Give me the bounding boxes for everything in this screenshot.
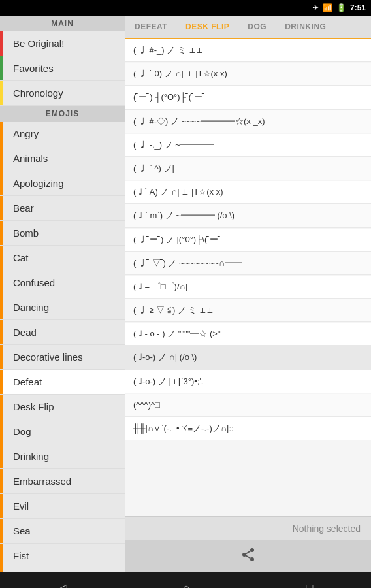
- share-icon[interactable]: [240, 547, 256, 566]
- emoji-row-0[interactable]: ( ♩ #-_) ノ ミ ⊥⊥: [125, 39, 371, 62]
- sidebar-item-dancing[interactable]: Dancing: [0, 295, 125, 320]
- back-button[interactable]: ◁: [45, 576, 80, 588]
- accent-bar: [0, 320, 3, 344]
- emoji-row-8[interactable]: ( ♩ ̄ー ̄) ノ |(°0°)├\( ̄ー ̄: [125, 229, 371, 252]
- nav-bar: ◁ ○ □: [0, 572, 371, 588]
- accent-bar: [0, 444, 3, 468]
- main-section-title: MAIN: [0, 16, 125, 31]
- tab-drinking[interactable]: DRINKING: [276, 16, 335, 38]
- sidebar-item-friends[interactable]: Friends: [0, 568, 125, 572]
- sidebar-item-sea[interactable]: Sea: [0, 519, 125, 544]
- sidebar-label-favorites: Favorites: [13, 63, 54, 74]
- tab-dog[interactable]: DOG: [238, 16, 276, 38]
- emoji-row-2[interactable]: ( ̄ー ̄) ┤(°O°)├ ̄( ̄ー ̄: [125, 86, 371, 109]
- sidebar-item-cat[interactable]: Cat: [0, 246, 125, 270]
- accent-bar: [0, 419, 3, 444]
- sidebar-label-be-original: Be Original!: [13, 38, 64, 49]
- sidebar-label-defeat: Defeat: [13, 376, 42, 387]
- home-button[interactable]: ○: [170, 576, 203, 589]
- accent-bar: [0, 494, 3, 518]
- emoji-row-15[interactable]: (^^^)^□: [125, 394, 371, 417]
- accent-bar: [0, 196, 3, 220]
- sidebar-item-drinking[interactable]: Drinking: [0, 444, 125, 469]
- accent-bar: [0, 469, 3, 493]
- content-area: DEFEAT DESK FLIP DOG DRINKING ( ♩ #-_) ノ…: [125, 16, 371, 572]
- battery-icon: 🔋: [336, 3, 346, 12]
- emoji-row-12[interactable]: ( ♩ - o - ) ノ """"━☆ (>°: [125, 323, 371, 346]
- accent-bar: [0, 568, 3, 572]
- emoji-row-7[interactable]: ( ♩ ` m`) ノ ~━━━━ (/o \): [125, 204, 371, 227]
- accent-bar: [0, 81, 3, 105]
- emoji-row-11[interactable]: ( ♩ ≥ ▽ ≦) ノ ミ ⊥⊥: [125, 299, 371, 322]
- accent-bar: [0, 370, 3, 394]
- tab-desk-flip[interactable]: DESK FLIP: [176, 16, 238, 39]
- sidebar-item-bomb[interactable]: Bomb: [0, 221, 125, 246]
- sidebar-label-drinking: Drinking: [13, 451, 49, 462]
- emoji-row-10[interactable]: ( ♩ = ゜□゜)/∩|: [125, 276, 371, 299]
- svg-line-4: [246, 551, 251, 554]
- recent-button[interactable]: □: [293, 576, 326, 589]
- sidebar-item-bear[interactable]: Bear: [0, 196, 125, 221]
- accent-bar: [0, 544, 3, 568]
- sidebar-label-animals: Animals: [13, 153, 48, 164]
- sidebar-item-chronology[interactable]: Chronology: [0, 81, 125, 106]
- svg-point-0: [250, 548, 254, 552]
- svg-point-1: [242, 553, 246, 557]
- signal-icon: 📶: [323, 3, 332, 12]
- emojis-section-title: EMOJIS: [0, 106, 125, 122]
- sidebar-label-bear: Bear: [13, 203, 34, 214]
- emoji-row-14[interactable]: ( ♩-o-) ノ |⊥|`3°)•;'.: [125, 370, 371, 393]
- airplane-icon: ✈: [312, 3, 319, 12]
- accent-bar: [0, 345, 3, 369]
- sidebar-item-apologizing[interactable]: Apologizing: [0, 171, 125, 196]
- emoji-row-6[interactable]: ( ♩ ` A) ノ ∩| ⊥ |T☆(x x): [125, 181, 371, 204]
- sidebar-item-embarrassed[interactable]: Embarrassed: [0, 469, 125, 494]
- time-display: 7:51: [350, 3, 366, 12]
- sidebar-item-dog[interactable]: Dog: [0, 419, 125, 444]
- tab-defeat[interactable]: DEFEAT: [125, 16, 176, 38]
- sidebar-label-cat: Cat: [13, 252, 28, 263]
- sidebar-item-decorative-lines[interactable]: Decorative lines: [0, 345, 125, 370]
- accent-bar: [0, 395, 3, 419]
- sidebar-label-fist: Fist: [13, 550, 29, 561]
- sidebar-label-desk-flip: Desk Flip: [13, 401, 54, 412]
- sidebar-label-bomb: Bomb: [13, 227, 39, 238]
- accent-bar: [0, 146, 3, 171]
- sidebar-label-dog: Dog: [13, 426, 31, 437]
- sidebar: MAIN Be Original! Favorites Chronology E…: [0, 16, 125, 572]
- sidebar-item-fist[interactable]: Fist: [0, 544, 125, 568]
- emoji-row-5[interactable]: ( ♩ ` ^) ノ|: [125, 157, 371, 180]
- sidebar-item-favorites[interactable]: Favorites: [0, 56, 125, 81]
- emoji-list: ( ♩ #-_) ノ ミ ⊥⊥ ( ♩ ` 0) ノ ∩| ⊥ |T☆(x x)…: [125, 39, 371, 516]
- nothing-selected-text: Nothing selected: [293, 523, 361, 534]
- emoji-row-9[interactable]: ( ♩ ̄̄ ▽ ̄̄) ノ ~~~~~~~~∩━━: [125, 252, 371, 275]
- sidebar-item-evil[interactable]: Evil: [0, 494, 125, 519]
- sidebar-label-embarrassed: Embarrassed: [13, 476, 71, 487]
- sidebar-item-be-original[interactable]: Be Original!: [0, 31, 125, 56]
- sidebar-item-defeat[interactable]: Defeat: [0, 370, 125, 395]
- sidebar-label-evil: Evil: [13, 500, 29, 512]
- share-bar: [125, 540, 371, 572]
- accent-bar: [0, 246, 3, 270]
- emoji-row-16[interactable]: ╫╫|∩∨`(-._•ヾ≡ノ-.-)ノ∩|::: [125, 417, 371, 440]
- sidebar-label-chronology: Chronology: [13, 88, 63, 99]
- sidebar-label-dancing: Dancing: [13, 302, 49, 313]
- emoji-row-1[interactable]: ( ♩ ` 0) ノ ∩| ⊥ |T☆(x x): [125, 63, 371, 86]
- accent-bar: [0, 171, 3, 195]
- sidebar-item-desk-flip[interactable]: Desk Flip: [0, 395, 125, 419]
- svg-point-2: [250, 557, 254, 561]
- sidebar-item-confused[interactable]: Confused: [0, 270, 125, 295]
- emoji-row-13[interactable]: ( ♩-o-) ノ ∩| (/o \): [125, 346, 371, 369]
- sidebar-item-angry[interactable]: Angry: [0, 122, 125, 146]
- sidebar-label-dead: Dead: [13, 327, 37, 338]
- accent-bar: [0, 56, 3, 80]
- emoji-row-4[interactable]: ( ♩ -._) ノ ~━━━━: [125, 134, 371, 157]
- bottom-status-bar: Nothing selected: [125, 516, 371, 540]
- emoji-row-3[interactable]: ( ♩ #-◇) ノ ~~~~━━━━☆(x _x): [125, 110, 371, 133]
- sidebar-label-apologizing: Apologizing: [13, 178, 64, 189]
- sidebar-item-dead[interactable]: Dead: [0, 320, 125, 345]
- accent-bar: [0, 221, 3, 245]
- sidebar-item-animals[interactable]: Animals: [0, 146, 125, 171]
- sidebar-label-decorative-lines: Decorative lines: [13, 351, 83, 363]
- accent-bar: [0, 122, 3, 146]
